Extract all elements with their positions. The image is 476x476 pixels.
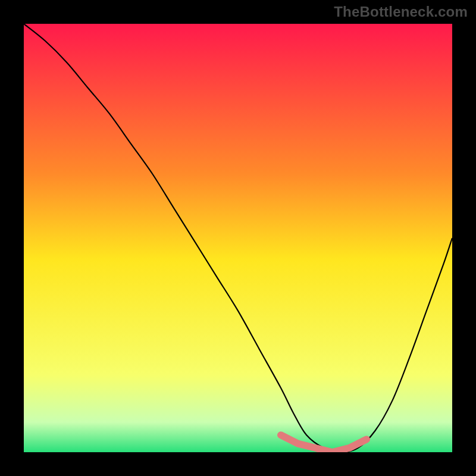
watermark-text: TheBottleneck.com bbox=[334, 4, 468, 20]
chart-stage: TheBottleneck.com bbox=[0, 0, 476, 476]
chart-svg bbox=[24, 24, 452, 452]
plot-area bbox=[24, 24, 452, 452]
